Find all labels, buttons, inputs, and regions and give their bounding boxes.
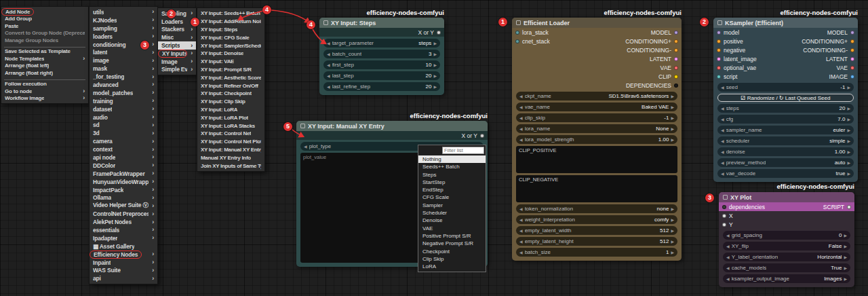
decrement-arrow-icon[interactable]: ◀ (519, 94, 523, 98)
xy-input-menu-item[interactable]: XY Input: Prompt S/R › (197, 66, 264, 74)
widget-row[interactable]: ◀ batch_size 1 ▶ (516, 248, 677, 257)
node-header[interactable]: KSampler (Efficient) (713, 18, 858, 28)
node-header[interactable]: Efficient Loader (512, 18, 682, 28)
port-dot-icon[interactable] (674, 31, 678, 35)
dropdown-item[interactable]: Seeds++ Batch (418, 163, 486, 170)
widget-row[interactable]: ◀ vae_decode true ▶ (717, 169, 854, 178)
node-efficient-loader[interactable]: Efficient Loader lora_stack cnet_stack M… (512, 18, 682, 261)
xy-input-menu-item[interactable]: XY Input: Manual XY Entry › (197, 146, 264, 154)
decrement-arrow-icon[interactable]: ◀ (726, 233, 730, 238)
xy-input-menu-item[interactable]: XY Input: Denoise › (197, 50, 264, 58)
widget-row[interactable]: ◀ empty_latent_width 512 ▶ (516, 226, 677, 235)
increment-arrow-icon[interactable]: ▶ (671, 228, 674, 233)
node-xy-input-steps[interactable]: XY Input: Steps X or Y ◀ target_paramete… (319, 18, 444, 95)
filter-input[interactable] (442, 147, 484, 154)
xy-input-menu-item[interactable]: XY Input: Add/Return Noise › (197, 18, 264, 26)
dropdown-item[interactable]: EndStep (418, 186, 486, 193)
increment-arrow-icon[interactable]: ▶ (847, 85, 850, 90)
dropdown-item[interactable]: Scheduler (418, 209, 486, 217)
input-port[interactable]: Y (719, 220, 854, 229)
increment-arrow-icon[interactable]: ▶ (671, 217, 674, 222)
decrement-arrow-icon[interactable]: ◀ (327, 73, 330, 78)
port-dot-icon[interactable] (717, 48, 721, 52)
category-menu-item[interactable]: ControlNet Preprocessors › (90, 210, 157, 218)
widget-row[interactable]: ◀ Y_label_orientation Horizontal ▶ (723, 253, 850, 261)
xy-input-menu-item[interactable]: XY Input: Checkpoint › (197, 90, 264, 98)
efficiency-menu-item[interactable]: Misc › (158, 33, 196, 41)
increment-arrow-icon[interactable]: ▶ (847, 160, 850, 165)
node-header[interactable]: XY Input: Manual XY Entry (296, 121, 488, 131)
xy-input-menu-item[interactable]: Manual XY Entry Info › (197, 153, 264, 162)
widget-row[interactable]: ◀ seed -1 ▶ (717, 83, 854, 92)
increment-arrow-icon[interactable]: ▶ (847, 138, 850, 143)
output-port[interactable]: DEPENDENCIES (622, 81, 682, 90)
port-dot-icon[interactable] (674, 57, 678, 61)
positive-prompt-textarea[interactable]: CLIP_POSITIVE (516, 146, 677, 173)
port-dot-icon[interactable] (717, 66, 721, 70)
widget-row[interactable]: ◀ cfg 7.0 ▶ (717, 115, 854, 124)
decrement-arrow-icon[interactable]: ◀ (721, 106, 724, 111)
category-menu-item[interactable]: HunyuanVideoWrapper › (90, 178, 157, 186)
input-port[interactable]: negative (713, 45, 760, 54)
input-port[interactable]: positive (713, 37, 760, 45)
decrement-arrow-icon[interactable]: ◀ (721, 117, 724, 122)
port-dot-icon[interactable] (850, 31, 854, 35)
efficiency-menu-item[interactable]: Simple Eval › (158, 66, 196, 74)
category-menu-item[interactable]: context › (90, 145, 157, 153)
increment-arrow-icon[interactable]: ▶ (844, 276, 847, 281)
widget-row[interactable]: ◀ grid_spacing 0 ▶ (723, 231, 850, 240)
widget-row[interactable]: ◀ weight_interpretation comfy ▶ (516, 215, 677, 224)
decrement-arrow-icon[interactable]: ◀ (519, 137, 523, 142)
increment-arrow-icon[interactable]: ▶ (433, 84, 437, 89)
decrement-arrow-icon[interactable]: ◀ (519, 115, 523, 120)
decrement-arrow-icon[interactable]: ◀ (721, 171, 724, 176)
decrement-arrow-icon[interactable]: ◀ (519, 228, 523, 233)
category-menu-item[interactable]: AlekPet Nodes › (90, 218, 157, 226)
input-port[interactable]: latent_image (713, 54, 760, 63)
context-menu-item[interactable]: Arrange (float right) › (1, 69, 88, 77)
context-menu-item[interactable]: Node Templates › (1, 55, 88, 62)
collapse-icon[interactable] (300, 124, 305, 128)
output-port[interactable]: CONDITIONING- (798, 45, 858, 54)
context-menu-item[interactable]: Manage Group Nodes › (1, 37, 88, 44)
context-menu-item[interactable]: Convert to Group Node (Deprecated) › (1, 30, 88, 37)
increment-arrow-icon[interactable]: ▶ (671, 115, 674, 120)
category-menu-item[interactable]: sampling › (90, 24, 157, 33)
output-port[interactable]: CONDITIONING+ (622, 37, 682, 45)
increment-arrow-icon[interactable]: ▶ (433, 73, 437, 78)
widget-row[interactable]: ◀ target_parameter steps ▶ (323, 39, 440, 48)
increment-arrow-icon[interactable]: ▶ (671, 239, 674, 244)
decrement-arrow-icon[interactable]: ◀ (721, 149, 724, 154)
xy-input-menu-item[interactable]: XY Input: Clip Skip › (197, 98, 264, 106)
increment-arrow-icon[interactable]: ▶ (671, 206, 674, 211)
dropdown-item[interactable]: Clip Skip (418, 255, 486, 263)
decrement-arrow-icon[interactable]: ◀ (519, 206, 523, 211)
category-menu-item[interactable]: loaders › (90, 33, 157, 41)
node-header[interactable]: XY Plot (719, 192, 854, 202)
context-menu-item[interactable]: Save Selected as Template › (1, 48, 88, 56)
input-port[interactable]: script (713, 72, 760, 81)
category-menu-item[interactable]: latent › (90, 48, 157, 56)
xy-input-menu-item[interactable]: XY Input: Control Net Plot › (197, 138, 264, 146)
negative-prompt-textarea[interactable]: CLIP_NEGATIVE (516, 175, 677, 202)
collapse-icon[interactable] (323, 20, 328, 25)
port-dot-icon[interactable] (850, 75, 854, 79)
node-header[interactable]: XY Input: Steps (319, 18, 444, 28)
category-menu-item[interactable]: image › (90, 56, 157, 64)
increment-arrow-icon[interactable]: ▶ (671, 126, 674, 131)
widget-row[interactable]: ◀ last_refine_step 20 ▶ (323, 82, 440, 91)
category-menu-item[interactable]: essentials › (90, 226, 157, 234)
dropdown-item[interactable]: StartStep (418, 179, 486, 186)
widget-row[interactable]: ◀ clip_skip -1 ▶ (516, 113, 677, 122)
port-dot-icon[interactable] (850, 66, 854, 70)
dropdown-item[interactable]: Denoise (418, 217, 486, 224)
category-menu-item[interactable]: dataset › (90, 105, 157, 113)
input-port[interactable]: cnet_stack (512, 37, 553, 45)
input-port[interactable]: X (719, 211, 854, 220)
category-menu-item[interactable]: Efficiency Nodes › (90, 251, 157, 259)
port-dot-icon[interactable] (717, 57, 721, 61)
category-menu-item[interactable]: api node › (90, 153, 157, 162)
collapse-icon[interactable] (516, 20, 521, 25)
context-menu-item[interactable]: Add Group › (1, 16, 88, 23)
increment-arrow-icon[interactable]: ▶ (844, 233, 847, 238)
